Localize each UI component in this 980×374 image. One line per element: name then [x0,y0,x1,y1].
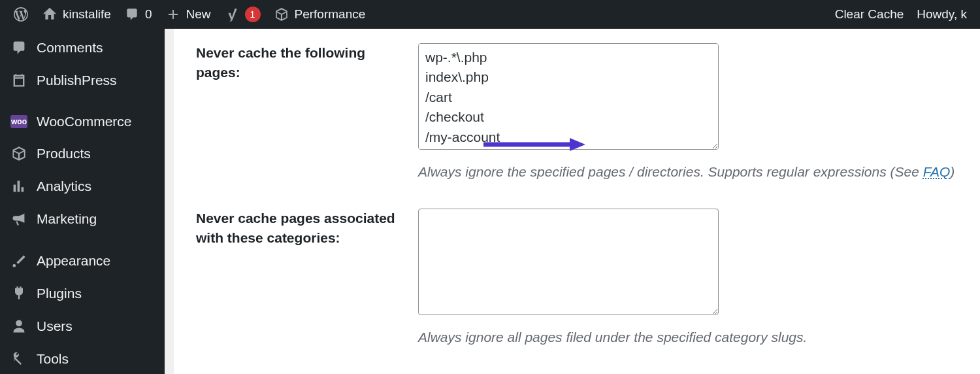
sidebar-item-plugins[interactable]: Plugins [0,277,165,310]
faq-link[interactable]: FAQ [923,164,951,179]
admin-toolbar: kinstalife 0 New 1 Performance Clear Cac… [0,0,980,29]
sidebar-item-products[interactable]: Products [0,137,165,170]
sidebar-item-woocommerce[interactable]: woo WooCommerce [0,106,165,137]
user-icon [10,318,27,335]
clear-cache-label: Clear Cache [835,7,904,22]
sidebar-item-label: Plugins [37,286,82,301]
annotation-arrow [483,137,585,152]
sidebar-item-label: Comments [37,40,103,56]
new-content-button[interactable]: New [159,0,218,29]
plug-icon [10,285,27,302]
sidebar-item-label: WooCommerce [37,114,131,129]
setting-label-never-cache-pages: Never cache the following pages: [196,43,418,180]
never-cache-categories-help: Always ignore all pages filed under the … [418,330,980,345]
chart-bar-icon [10,178,27,195]
setting-label-never-cache-categories: Never cache pages associated with these … [196,209,418,345]
sidebar-item-label: PublishPress [37,73,117,88]
admin-sidebar: Comments PublishPress woo WooCommerce Pr… [0,29,165,374]
yoast-icon [224,7,240,22]
account-link[interactable]: Howdy, k [910,0,973,29]
never-cache-pages-textarea[interactable] [418,43,719,150]
new-label: New [186,7,211,22]
site-link[interactable]: kinstalife [35,0,118,29]
plus-icon [165,7,181,22]
yoast-badge: 1 [245,7,261,22]
woo-icon: woo [10,115,27,128]
sidebar-item-label: Products [37,146,91,162]
box-icon [10,145,27,162]
svg-marker-1 [570,138,585,151]
sidebar-item-publishpress[interactable]: PublishPress [0,64,165,97]
sidebar-item-tools[interactable]: Tools [0,343,165,374]
sidebar-item-label: Users [37,318,73,334]
sidebar-item-label: Appearance [37,253,110,269]
comment-icon [124,7,140,22]
yoast-button[interactable]: 1 [218,0,267,29]
brush-icon [10,252,27,269]
performance-button[interactable]: Performance [267,0,372,29]
performance-label: Performance [295,7,366,22]
never-cache-categories-textarea[interactable] [418,209,719,315]
megaphone-icon [10,211,27,228]
site-name: kinstalife [63,7,111,22]
wp-logo-button[interactable] [7,0,35,29]
sidebar-item-label: Marketing [37,211,97,227]
clear-cache-button[interactable]: Clear Cache [828,0,911,29]
never-cache-pages-help: Always ignore the specified pages / dire… [418,164,980,180]
sidebar-item-users[interactable]: Users [0,310,165,343]
sidebar-item-analytics[interactable]: Analytics [0,170,165,203]
comments-link[interactable]: 0 [118,0,159,29]
sidebar-item-label: Tools [37,351,69,367]
sidebar-item-appearance[interactable]: Appearance [0,245,165,277]
main-content: Never cache the following pages: Always … [165,29,980,374]
wordpress-icon [13,7,29,22]
wrench-icon [10,350,27,367]
box-icon [274,7,289,22]
sidebar-item-comments[interactable]: Comments [0,31,165,64]
home-icon [42,7,57,22]
comment-icon [10,39,27,56]
sidebar-item-label: Analytics [37,178,91,194]
calendar-icon [10,72,27,89]
sidebar-item-marketing[interactable]: Marketing [0,203,165,235]
comments-count: 0 [145,7,152,22]
howdy-label: Howdy, k [917,7,967,22]
